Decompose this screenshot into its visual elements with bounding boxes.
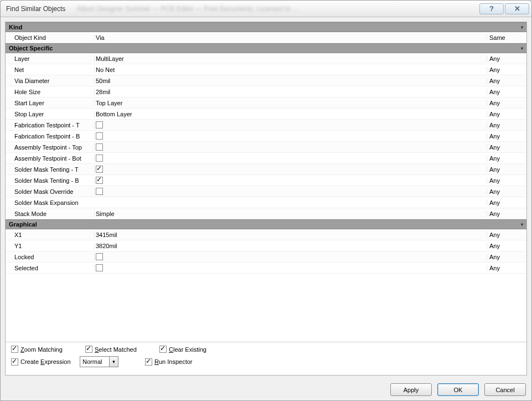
select-matched-option[interactable]: Select Matched [85,346,152,353]
run-inspector-checkbox[interactable] [145,358,152,366]
property-name: Solder Mask Tenting - T [6,166,94,173]
match-mode[interactable]: Any [487,78,526,84]
select-matched-checkbox[interactable] [85,346,92,353]
match-mode[interactable]: Any [487,55,526,62]
value-checkbox[interactable] [96,143,103,151]
zoom-matching-checkbox[interactable] [11,346,18,353]
match-mode[interactable]: Any [487,188,526,195]
property-value[interactable] [94,188,487,196]
property-row: Stack ModeSimpleAny [6,208,526,219]
dropdown-arrow-icon[interactable]: ▼ [109,357,118,367]
property-row: Solder Mask OverrideAny [6,186,526,197]
value-checkbox[interactable] [96,155,103,162]
match-mode[interactable]: Any [487,254,526,260]
match-mode[interactable]: Same [487,34,526,41]
property-row: Hole Size28milAny [6,86,526,97]
button-bar: Apply OK Cancel [1,380,531,400]
property-row: Fabrication Testpoint - BAny [6,131,526,142]
property-name: Fabrication Testpoint - T [6,122,94,128]
property-value[interactable]: 3415mil [94,232,487,238]
match-mode[interactable]: Any [487,133,526,140]
property-value[interactable] [94,143,487,151]
ok-button[interactable]: OK [437,383,479,396]
property-grid[interactable]: Kind▾Object KindViaSameObject Specific▾L… [6,22,526,342]
close-button[interactable]: ✕ [505,3,529,14]
group-header[interactable]: Kind▾ [6,22,526,32]
property-value[interactable] [94,253,487,261]
collapse-icon[interactable]: ▾ [521,46,523,51]
property-row: Via Diameter50milAny [6,75,526,86]
create-expression-label: Create Expression [20,358,71,365]
property-value[interactable]: No Net [94,66,487,73]
property-value[interactable]: Bottom Layer [94,111,487,117]
cancel-button[interactable]: Cancel [484,383,526,396]
property-value[interactable] [94,132,487,140]
property-value[interactable] [94,121,487,129]
property-name: Assembly Testpoint - Top [6,144,94,151]
property-row: SelectedAny [6,263,526,274]
property-value[interactable] [94,166,487,173]
clear-existing-option[interactable]: Clear Existing [159,346,226,353]
collapse-icon[interactable]: ▾ [521,25,523,30]
match-mode[interactable]: Any [487,199,526,206]
property-value[interactable]: 3820mil [94,243,487,249]
property-row: Solder Mask ExpansionAny [6,197,526,208]
dialog-window: Find Similar Objects Altium Designer Sum… [0,0,532,401]
apply-button[interactable]: Apply [390,383,432,396]
match-mode[interactable]: Any [487,210,526,217]
property-row: NetNo NetAny [6,64,526,75]
value-checkbox[interactable] [96,132,103,140]
value-checkbox[interactable] [96,253,103,260]
property-value[interactable]: 28mil [94,89,487,95]
property-value[interactable]: Top Layer [94,100,487,106]
property-name: Solder Mask Override [6,188,94,195]
match-mode[interactable]: Any [487,89,526,95]
property-name: Stop Layer [6,111,94,117]
property-value[interactable]: Simple [94,210,487,217]
match-mode[interactable]: Any [487,122,526,128]
property-name: Y1 [6,243,94,249]
value-checkbox[interactable] [96,188,103,195]
match-mode[interactable]: Any [487,144,526,151]
value-checkbox[interactable] [96,264,103,271]
property-name: Stack Mode [6,210,94,217]
property-name: X1 [6,232,94,238]
property-row: Fabrication Testpoint - TAny [6,120,526,131]
help-button[interactable]: ? [479,3,504,14]
match-mode[interactable]: Any [487,265,526,271]
property-value[interactable]: Via [94,34,487,41]
property-name: Fabrication Testpoint - B [6,133,94,140]
group-header[interactable]: Object Specific▾ [6,43,526,53]
value-checkbox[interactable] [96,166,103,173]
value-checkbox[interactable] [96,177,103,184]
property-name: Object Kind [6,34,94,41]
property-name: Selected [6,265,94,271]
clear-existing-checkbox[interactable] [159,346,167,353]
match-mode[interactable]: Any [487,100,526,106]
match-mode[interactable]: Any [487,232,526,238]
create-expression-option[interactable]: Create Expression [11,358,78,366]
match-mode[interactable]: Any [487,66,526,73]
value-checkbox[interactable] [96,121,103,128]
match-mode[interactable]: Any [487,166,526,173]
match-mode[interactable]: Any [487,111,526,117]
property-name: Layer [6,55,94,62]
group-header[interactable]: Graphical▾ [6,219,526,229]
property-value[interactable] [94,177,487,184]
property-value[interactable]: 50mil [94,78,487,84]
mask-mode-select[interactable]: Normal ▼ [80,356,118,367]
property-value[interactable]: MultiLayer [94,55,487,62]
property-value[interactable] [94,155,487,162]
run-inspector-option[interactable]: Run Inspector [145,358,211,366]
match-mode[interactable]: Any [487,177,526,184]
property-row: Stop LayerBottom LayerAny [6,109,526,120]
property-value[interactable] [94,264,487,272]
create-expression-checkbox[interactable] [11,358,18,366]
property-name: Assembly Testpoint - Bot [6,155,94,162]
match-mode[interactable]: Any [487,155,526,162]
match-mode[interactable]: Any [487,243,526,249]
zoom-matching-option[interactable]: Zoom Matching [11,346,78,353]
property-row: X13415milAny [6,229,526,240]
mask-mode-value: Normal [82,358,102,365]
collapse-icon[interactable]: ▾ [521,222,523,227]
